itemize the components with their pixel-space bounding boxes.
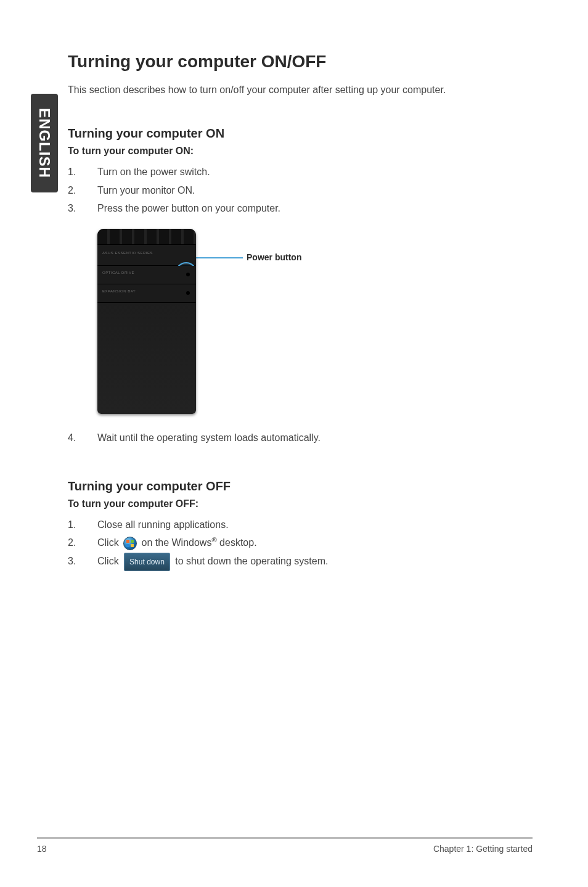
- footer-divider: [37, 837, 533, 838]
- expansion-label: EXPANSION BAY: [102, 289, 136, 293]
- computer-tower-illustration: ASUS ESSENTIO SERIES OPTICAL DRIVE EXPAN…: [97, 229, 196, 414]
- language-label: ENGLISH: [36, 108, 53, 178]
- vents-icon: [97, 229, 196, 245]
- optical-drive-band: OPTICAL DRIVE: [97, 266, 196, 284]
- list-item: 2. Turn your monitor ON.: [68, 181, 533, 200]
- list-item: 3. Press the power button on your comput…: [68, 199, 533, 218]
- step-number: 3.: [68, 199, 97, 218]
- step-number: 2.: [68, 534, 97, 552]
- language-tab: ENGLISH: [31, 94, 58, 192]
- chapter-label: Chapter 1: Getting started: [433, 844, 533, 854]
- text-fragment: Click: [97, 537, 121, 548]
- page-footer: 18 Chapter 1: Getting started: [37, 838, 533, 854]
- step-text: Turn on the power switch.: [97, 163, 533, 181]
- optical-label: OPTICAL DRIVE: [102, 271, 134, 274]
- on-step4-list: 4. Wait until the operating system loads…: [68, 429, 533, 447]
- off-steps-list: 1. Close all running applications. 2. Cl…: [68, 516, 533, 571]
- section-on-heading: Turning your computer ON: [68, 126, 533, 141]
- text-fragment: desktop.: [217, 537, 257, 548]
- registered-mark: ®: [211, 536, 216, 543]
- page-title: Turning your computer ON/OFF: [68, 52, 533, 72]
- step-text: Click Shut down to shut down the operati…: [97, 552, 533, 571]
- windows-start-icon: [123, 537, 137, 550]
- text-fragment: to shut down the operating system.: [175, 556, 328, 566]
- list-item: 3. Click Shut down to shut down the oper…: [68, 552, 533, 571]
- step-text: Close all running applications.: [97, 516, 533, 534]
- step-number: 1.: [68, 516, 97, 534]
- product-label: ASUS ESSENTIO SERIES: [102, 251, 153, 255]
- eject-dot-icon: [186, 273, 190, 276]
- list-item: 1. Turn on the power switch.: [68, 163, 533, 181]
- section-off-heading: Turning your computer OFF: [68, 479, 533, 493]
- on-steps-list: 1. Turn on the power switch. 2. Turn you…: [68, 163, 533, 218]
- step-text: Wait until the operating system loads au…: [97, 429, 533, 447]
- expansion-bay-band: EXPANSION BAY: [97, 284, 196, 303]
- list-item: 1. Close all running applications.: [68, 516, 533, 534]
- step-number: 4.: [68, 429, 97, 447]
- step-number: 3.: [68, 552, 97, 571]
- text-fragment: Click: [97, 556, 121, 566]
- list-item: 4. Wait until the operating system loads…: [68, 429, 533, 447]
- section-on-subheading: To turn your computer ON:: [68, 146, 533, 157]
- step-text: Turn your monitor ON.: [97, 181, 533, 200]
- computer-figure: ASUS ESSENTIO SERIES OPTICAL DRIVE EXPAN…: [97, 229, 533, 414]
- step-text: Press the power button on your computer.: [97, 199, 533, 218]
- intro-text: This section describes how to turn on/of…: [68, 83, 533, 97]
- shutdown-button-icon: Shut down: [124, 553, 170, 571]
- callout-label: Power button: [247, 252, 301, 262]
- eject-dot-icon: [186, 291, 190, 295]
- text-fragment: on the Windows: [142, 537, 212, 548]
- list-item: 2. Click on the Windows® desktop.: [68, 534, 533, 552]
- callout-line: [194, 257, 243, 258]
- page-number: 18: [37, 844, 47, 854]
- step-number: 2.: [68, 181, 97, 200]
- step-number: 1.: [68, 163, 97, 181]
- section-off-subheading: To turn your computer OFF:: [68, 498, 533, 510]
- step-text: Click on the Windows® desktop.: [97, 534, 533, 552]
- product-label-band: ASUS ESSENTIO SERIES: [97, 245, 196, 266]
